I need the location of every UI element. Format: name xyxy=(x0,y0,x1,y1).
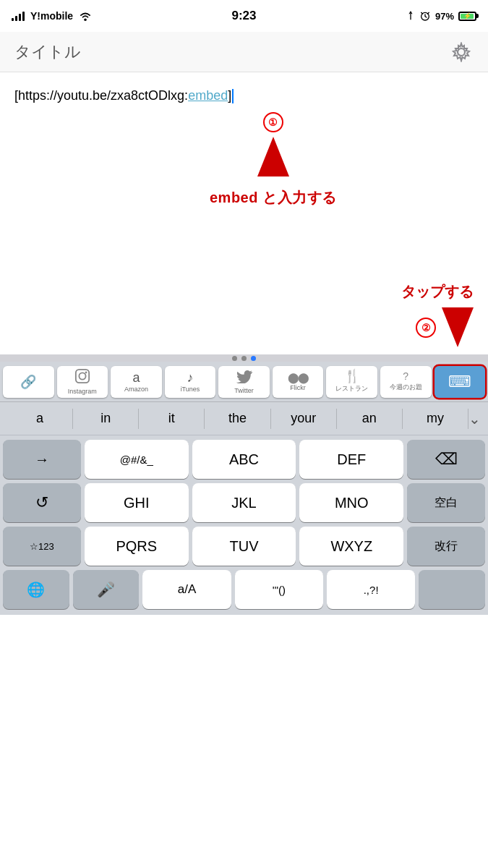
key-symbols[interactable]: @#/&_ xyxy=(85,440,189,479)
key-space[interactable]: 空白 xyxy=(407,483,485,522)
url-text: [https://youtu.be/zxa8ctODlxg:embed] xyxy=(14,88,234,103)
shortcut-keyboard[interactable]: ⌨ xyxy=(435,366,486,398)
twitter-icon xyxy=(236,369,252,386)
shortcut-bar: 🔗 Instagram a Amazon ♪ iTunes Twitter ⬤⬤… xyxy=(0,362,488,402)
status-time: 9:23 xyxy=(231,9,256,23)
key-punct[interactable]: .,?! xyxy=(327,570,415,609)
dot-3 xyxy=(251,356,256,361)
key-abc[interactable]: ABC xyxy=(192,440,296,479)
alarm-icon xyxy=(419,10,431,22)
key-globe[interactable]: 🌐 xyxy=(3,570,69,609)
text-cursor xyxy=(232,89,234,103)
content-area: [https://youtu.be/zxa8ctODlxg:embed] ① e… xyxy=(0,72,488,354)
link-icon: 🔗 xyxy=(20,375,36,388)
flickr-icon: ⬤⬤ xyxy=(288,373,308,383)
signal-bars xyxy=(12,11,25,21)
gear-button[interactable] xyxy=(449,40,474,64)
weekly-label: 今週のお題 xyxy=(390,383,422,392)
keyboard-dots xyxy=(0,354,488,362)
dot-2 xyxy=(241,356,247,361)
key-delete[interactable]: ⌫ xyxy=(407,440,485,479)
suggestion-in[interactable]: in xyxy=(73,411,138,426)
shortcut-flickr[interactable]: ⬤⬤ Flickr xyxy=(273,366,324,398)
arrow-down-container: ② xyxy=(416,307,474,347)
key-row-4: 🌐 🎤 a/A '"() .,?! xyxy=(0,566,488,615)
url-display: [https://youtu.be/zxa8ctODlxg:embed] xyxy=(14,87,474,105)
suggestion-it[interactable]: it xyxy=(139,411,204,426)
battery-container: ⚡ xyxy=(458,12,476,21)
key-mic[interactable]: 🎤 xyxy=(73,570,140,609)
arrow-down-icon xyxy=(442,307,474,347)
shortcut-instagram[interactable]: Instagram xyxy=(57,366,108,398)
battery-icon: ⚡ xyxy=(458,12,476,21)
key-space-bottom[interactable] xyxy=(419,570,485,609)
suggestion-the[interactable]: the xyxy=(205,411,270,426)
svg-point-2 xyxy=(458,48,465,56)
svg-rect-3 xyxy=(76,370,89,383)
key-undo[interactable]: ↺ xyxy=(3,483,81,522)
shortcut-weekly[interactable]: ? 今週のお題 xyxy=(380,366,432,398)
svg-point-4 xyxy=(79,373,85,379)
suggestion-an[interactable]: an xyxy=(337,411,402,426)
instagram-icon xyxy=(74,368,90,386)
url-base: [https://youtu.be/zxa8ctODlxg: xyxy=(14,88,188,103)
key-row-2: ↺ GHI JKL MNO 空白 xyxy=(0,479,488,522)
wifi-icon xyxy=(79,11,92,21)
url-embed: embed xyxy=(188,88,228,103)
suggestions-bar: a in it the your an my ⌄ xyxy=(0,402,488,435)
step1-label: embed と入力する xyxy=(210,188,337,208)
restaurant-icon: 🍴 xyxy=(344,370,360,383)
restaurant-label: レストラン xyxy=(335,384,368,393)
svg-point-5 xyxy=(85,372,87,374)
gear-icon xyxy=(451,42,471,62)
shortcut-restaurant[interactable]: 🍴 レストラン xyxy=(326,366,377,398)
shortcut-link[interactable]: 🔗 xyxy=(3,366,54,398)
annotation-step2: タップする ② xyxy=(401,282,474,347)
suggestion-a[interactable]: a xyxy=(7,411,72,426)
arrow-up-icon xyxy=(257,137,289,176)
flickr-label: Flickr xyxy=(290,384,306,391)
suggestions-chevron-down[interactable]: ⌄ xyxy=(468,410,481,427)
status-right: 97% ⚡ xyxy=(406,10,476,22)
shortcut-twitter[interactable]: Twitter xyxy=(218,366,270,398)
suggestion-my[interactable]: my xyxy=(403,411,468,426)
key-pqrs[interactable]: PQRS xyxy=(85,527,189,566)
step1-circle: ① xyxy=(263,112,283,132)
key-return[interactable]: 改行 xyxy=(407,527,485,566)
tap-label: タップする xyxy=(401,282,474,302)
status-bar: Y!mobile 9:23 97% ⚡ xyxy=(0,0,488,32)
location-icon xyxy=(406,11,415,21)
key-wxyz[interactable]: WXYZ xyxy=(299,527,403,566)
weekly-icon: ? xyxy=(403,371,408,381)
nav-title: タイトル xyxy=(14,41,81,63)
svg-point-0 xyxy=(84,19,87,22)
key-mno[interactable]: MNO xyxy=(299,483,403,522)
key-arrow[interactable]: → xyxy=(3,440,81,479)
key-case[interactable]: a/A xyxy=(142,570,231,609)
shortcut-itunes[interactable]: ♪ iTunes xyxy=(165,366,216,398)
instagram-label: Instagram xyxy=(68,388,97,395)
key-jkl[interactable]: JKL xyxy=(192,483,296,522)
itunes-icon: ♪ xyxy=(187,371,193,384)
key-ghi[interactable]: GHI xyxy=(85,483,189,522)
key-star123[interactable]: ☆123 xyxy=(3,527,81,566)
step2-circle: ② xyxy=(416,318,436,338)
twitter-label: Twitter xyxy=(234,387,254,394)
key-tuv[interactable]: TUV xyxy=(192,527,296,566)
shortcut-amazon[interactable]: a Amazon xyxy=(111,366,162,398)
amazon-icon: a xyxy=(132,371,140,384)
key-quotes[interactable]: '"() xyxy=(235,570,323,609)
battery-bolt: ⚡ xyxy=(463,12,471,20)
url-close: ] xyxy=(228,88,231,103)
suggestion-your[interactable]: your xyxy=(271,411,336,426)
key-row-1: → @#/&_ ABC DEF ⌫ xyxy=(0,435,488,479)
keyboard-area: → @#/&_ ABC DEF ⌫ ↺ GHI JKL MNO 空白 ☆123 … xyxy=(0,435,488,615)
carrier-label: Y!mobile xyxy=(30,10,73,22)
key-row-3: ☆123 PQRS TUV WXYZ 改行 xyxy=(0,522,488,566)
key-def[interactable]: DEF xyxy=(299,440,403,479)
keyboard-icon: ⌨ xyxy=(448,374,471,390)
battery-percent: 97% xyxy=(435,11,454,22)
dot-1 xyxy=(232,356,237,361)
itunes-label: iTunes xyxy=(181,386,200,393)
amazon-label: Amazon xyxy=(124,386,148,393)
